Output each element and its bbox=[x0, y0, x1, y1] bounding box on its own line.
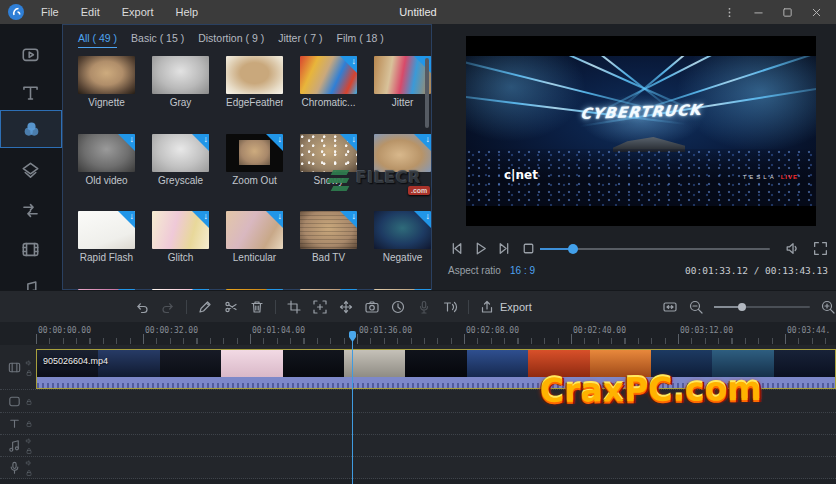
tab-basic[interactable]: Basic ( 15 ) bbox=[131, 32, 184, 48]
sidebar-item-elements[interactable] bbox=[0, 231, 60, 267]
sidebar-item-filters[interactable] bbox=[0, 110, 62, 148]
effects-scrollbar[interactable] bbox=[425, 58, 429, 128]
download-badge-icon: ↓ bbox=[192, 134, 209, 151]
effect-old-video[interactable]: ↓Old video bbox=[78, 134, 135, 191]
aspect-ratio-value[interactable]: 16 : 9 bbox=[510, 265, 535, 276]
text-track[interactable] bbox=[0, 413, 836, 435]
effect-glitch[interactable]: ↓Glitch bbox=[152, 211, 209, 268]
timeline-zoom-controls bbox=[662, 291, 836, 323]
effect-thumbnail[interactable]: ↓ bbox=[300, 56, 357, 94]
ruler-ticks-major bbox=[36, 334, 836, 344]
seek-slider[interactable] bbox=[540, 248, 770, 250]
effect-chromatic-[interactable]: ↓Chromatic... bbox=[300, 56, 357, 113]
effect-greyscale[interactable]: ↓Greyscale bbox=[152, 134, 209, 191]
voiceover-track[interactable] bbox=[0, 457, 836, 479]
menu-help[interactable]: Help bbox=[167, 4, 208, 20]
effect-rapid-flash[interactable]: ↓Rapid Flash bbox=[78, 211, 135, 268]
motion-icon[interactable] bbox=[338, 299, 354, 315]
lock-video-icon[interactable] bbox=[25, 369, 33, 377]
effect-bad-tv[interactable]: ↓Bad TV bbox=[300, 211, 357, 268]
effect-thumbnail[interactable]: ↓ bbox=[226, 134, 283, 172]
download-badge-icon: ↓ bbox=[266, 134, 283, 151]
effect-thumbnail[interactable]: ↓ bbox=[78, 134, 135, 172]
effect-thumbnail[interactable] bbox=[78, 56, 135, 94]
music-track[interactable] bbox=[0, 435, 836, 457]
fullscreen-icon[interactable] bbox=[812, 240, 829, 257]
live-badge: LIVE bbox=[781, 174, 798, 180]
menu-export[interactable]: Export bbox=[113, 4, 163, 20]
sidebar-item-text[interactable] bbox=[0, 74, 60, 110]
effect-thumbnail[interactable]: ↓ bbox=[78, 211, 135, 249]
volume-icon[interactable] bbox=[784, 240, 801, 257]
effect-jitter[interactable]: ↓Jitter bbox=[374, 56, 431, 113]
tab-jitter[interactable]: Jitter ( 7 ) bbox=[278, 32, 322, 48]
export-button[interactable]: Export bbox=[479, 299, 532, 315]
effect-thumbnail[interactable] bbox=[226, 56, 283, 94]
filmstrip-frame bbox=[344, 350, 405, 377]
tesla-live-badge: TESLALIVE bbox=[743, 174, 798, 180]
lock-pip-icon[interactable] bbox=[25, 398, 33, 406]
maximize-icon[interactable] bbox=[776, 4, 799, 21]
text-to-speech-icon[interactable] bbox=[442, 299, 458, 315]
step-fwd-icon[interactable] bbox=[496, 240, 513, 257]
effect-thumbnail[interactable]: ↓ bbox=[152, 211, 209, 249]
lock-voiceover-icon[interactable] bbox=[25, 469, 33, 477]
timeline-zoom-slider[interactable] bbox=[714, 306, 810, 308]
effect-thumbnail[interactable]: ↓ bbox=[152, 134, 209, 172]
kebab-menu-icon[interactable] bbox=[718, 4, 741, 21]
minimize-icon[interactable] bbox=[747, 4, 770, 21]
toolbar-divider bbox=[275, 300, 276, 314]
effect-vignette[interactable]: Vignette bbox=[78, 56, 135, 113]
pip-icon bbox=[7, 394, 22, 409]
zoom-in-icon[interactable] bbox=[820, 299, 836, 315]
zoom-slider-handle[interactable] bbox=[738, 303, 746, 311]
seek-handle[interactable] bbox=[568, 244, 578, 254]
effect-edgefeather[interactable]: EdgeFeather bbox=[226, 56, 283, 113]
menu-file[interactable]: File bbox=[32, 4, 68, 20]
sidebar-item-overlays[interactable] bbox=[0, 152, 60, 188]
zoom-frame-icon[interactable] bbox=[312, 299, 328, 315]
duration-icon[interactable] bbox=[390, 299, 406, 315]
lock-music-icon[interactable] bbox=[25, 447, 33, 455]
stop-icon[interactable] bbox=[520, 240, 537, 257]
close-icon[interactable] bbox=[805, 4, 828, 21]
split-icon[interactable] bbox=[223, 299, 239, 315]
tab-film[interactable]: Film ( 18 ) bbox=[336, 32, 383, 48]
fit-timeline-icon[interactable] bbox=[662, 299, 678, 315]
lock-text-icon[interactable] bbox=[25, 420, 33, 428]
effect-thumbnail[interactable]: ↓ bbox=[374, 211, 431, 249]
voiceover-icon bbox=[416, 299, 432, 315]
effect-label: Zoom Out bbox=[226, 175, 283, 186]
ruler-label: 00:02:08.00 bbox=[466, 326, 519, 335]
mute-video-icon[interactable] bbox=[25, 359, 33, 367]
toolbar-divider bbox=[468, 300, 469, 314]
undo-icon[interactable] bbox=[134, 299, 150, 315]
zoom-out-icon[interactable] bbox=[688, 299, 704, 315]
crop-icon[interactable] bbox=[286, 299, 302, 315]
playhead-line[interactable] bbox=[352, 331, 353, 484]
effect-thumbnail[interactable]: ↓ bbox=[300, 211, 357, 249]
effect-gray[interactable]: Gray bbox=[152, 56, 209, 113]
sidebar-item-media[interactable] bbox=[0, 36, 60, 72]
edit-icon[interactable] bbox=[197, 299, 213, 315]
mute-voiceover-icon[interactable] bbox=[25, 459, 33, 467]
filecr-logo-bar bbox=[331, 186, 350, 191]
tab-all[interactable]: All ( 49 ) bbox=[78, 32, 117, 48]
effect-thumbnail[interactable] bbox=[152, 56, 209, 94]
toolbar-actions: Export bbox=[134, 291, 532, 323]
snapshot-icon[interactable] bbox=[364, 299, 380, 315]
timeline-ruler[interactable]: 00:00:00.0000:00:32.0000:01:04.0000:01:3… bbox=[0, 322, 836, 345]
effect-thumbnail[interactable]: ↓ bbox=[374, 56, 431, 94]
mute-music-icon[interactable] bbox=[25, 437, 33, 445]
play-icon[interactable] bbox=[472, 240, 489, 257]
sidebar-item-transitions[interactable] bbox=[0, 192, 60, 228]
menu-edit[interactable]: Edit bbox=[72, 4, 109, 20]
effect-zoom-out[interactable]: ↓Zoom Out bbox=[226, 134, 283, 191]
effect-label: Jitter bbox=[374, 97, 431, 108]
effect-thumbnail[interactable]: ↓ bbox=[226, 211, 283, 249]
tab-distortion[interactable]: Distortion ( 9 ) bbox=[198, 32, 264, 48]
effect-negative[interactable]: ↓Negative bbox=[374, 211, 431, 268]
delete-icon[interactable] bbox=[249, 299, 265, 315]
effect-lenticular[interactable]: ↓Lenticular bbox=[226, 211, 283, 268]
step-back-icon[interactable] bbox=[448, 240, 465, 257]
